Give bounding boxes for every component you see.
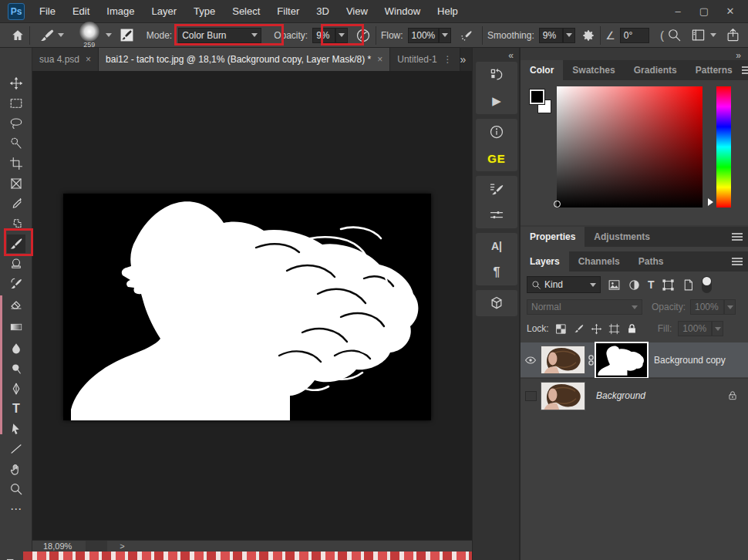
brush-size-preview[interactable]: 259 (79, 22, 99, 49)
layer1-mask-link-icon[interactable] (587, 355, 595, 366)
menu-layer[interactable]: Layer (143, 0, 186, 23)
menu-edit[interactable]: Edit (64, 0, 98, 23)
crop-tool[interactable] (7, 154, 25, 173)
flow-field[interactable]: 100% (408, 28, 440, 43)
panel-foreground-swatch[interactable] (530, 89, 544, 104)
menu-type[interactable]: Type (185, 0, 224, 23)
eraser-tool[interactable] (7, 295, 25, 313)
path-selection-tool[interactable] (7, 420, 25, 438)
toggle-brush-panel-icon[interactable] (120, 28, 134, 42)
filter-pixel-layers-icon[interactable] (608, 278, 621, 292)
filter-adjustment-layers-icon[interactable] (628, 278, 641, 292)
tab-color[interactable]: Color (521, 60, 563, 80)
3d-panel-icon[interactable] (476, 290, 517, 316)
share-icon[interactable] (726, 28, 740, 42)
character-panel-icon[interactable]: A| (476, 233, 517, 259)
brush-size-chevron[interactable] (106, 33, 112, 37)
filter-type-layers-icon[interactable]: T (648, 278, 655, 291)
menu-3d[interactable]: 3D (308, 0, 338, 23)
filter-toggle-switch[interactable] (702, 276, 712, 293)
menu-select[interactable]: Select (224, 0, 268, 23)
smoothing-chevron[interactable] (563, 28, 575, 43)
color-panel-menu-icon[interactable] (742, 65, 748, 76)
tab-paths[interactable]: Paths (629, 251, 673, 272)
paragraph-panel-icon[interactable]: ¶ (476, 259, 517, 285)
info-panel-icon[interactable] (476, 119, 517, 145)
layer-row-background-copy[interactable]: Background copy (521, 342, 748, 377)
brushes-panel-icon[interactable] (476, 202, 517, 228)
tab-channels[interactable]: Channels (569, 251, 629, 272)
blend-mode-select[interactable]: Normal (527, 299, 642, 315)
layer-opacity-field[interactable]: 100% (690, 299, 724, 315)
layer-row-background[interactable]: Background (521, 378, 748, 413)
menu-filter[interactable]: Filter (268, 0, 308, 23)
tab-bai12[interactable]: bai12 - tach toc.jpg @ 18,1% (Background… (99, 48, 390, 71)
tab-properties[interactable]: Properties (521, 227, 585, 247)
hue-slider[interactable] (716, 86, 731, 207)
lasso-tool[interactable] (7, 114, 25, 133)
layer1-thumbnail[interactable] (541, 346, 585, 374)
menu-image[interactable]: Image (98, 0, 143, 23)
maximize-button[interactable]: ▢ (691, 2, 717, 22)
layer2-visibility-checkbox[interactable] (521, 391, 541, 401)
dodge-tool[interactable] (7, 359, 25, 378)
history-panel-icon[interactable] (476, 62, 517, 88)
search-icon[interactable] (667, 28, 682, 42)
move-tool[interactable] (7, 74, 25, 93)
color-picker-ring[interactable] (554, 201, 561, 207)
close-button[interactable]: ✕ (717, 2, 743, 22)
canvas-area[interactable] (32, 71, 472, 540)
menu-window[interactable]: Window (376, 0, 429, 23)
brush-preset-icon[interactable] (39, 28, 55, 43)
status-chevron-icon[interactable]: > (120, 541, 124, 551)
gradient-tool[interactable] (7, 318, 25, 336)
tab-bai12-close-icon[interactable]: × (377, 54, 382, 65)
menu-help[interactable]: Help (429, 0, 467, 23)
tab-swatches[interactable]: Swatches (563, 60, 624, 80)
fill-chevron[interactable] (712, 321, 723, 336)
frame-tool[interactable] (7, 174, 25, 193)
quick-selection-tool[interactable] (7, 134, 25, 153)
tab-overflow-icon[interactable]: » (460, 53, 467, 66)
document-image[interactable] (63, 194, 431, 420)
lock-position-icon[interactable] (591, 323, 602, 335)
workspace-chevron[interactable] (710, 33, 716, 37)
brush-preset-chevron[interactable] (58, 33, 64, 37)
angle-field[interactable]: 0° (620, 28, 649, 43)
hand-tool[interactable] (7, 460, 25, 478)
airbrush-icon[interactable] (459, 28, 474, 43)
marquee-tool[interactable] (7, 94, 25, 113)
zoom-tool[interactable] (7, 480, 25, 498)
layer2-thumbnail[interactable] (541, 382, 585, 410)
flow-chevron[interactable] (439, 28, 451, 43)
home-icon[interactable] (11, 29, 25, 42)
tab-untitled1[interactable]: Untitled-1 ⋮ (390, 48, 460, 71)
type-tool[interactable]: T (7, 400, 25, 418)
pen-tool[interactable] (7, 380, 25, 398)
brush-settings-panel-icon[interactable] (476, 176, 517, 202)
layer1-mask-thumbnail[interactable] (597, 344, 646, 376)
blur-tool[interactable] (7, 339, 25, 358)
minimize-button[interactable]: – (665, 2, 691, 22)
zoom-level[interactable]: 18,09% (43, 541, 72, 551)
clone-stamp-tool[interactable] (7, 255, 25, 273)
tab-adjustments[interactable]: Adjustments (585, 227, 659, 247)
smoothing-gear-icon[interactable] (581, 29, 595, 42)
filter-shape-layers-icon[interactable] (662, 278, 675, 292)
history-brush-tool[interactable] (7, 275, 25, 293)
layer-filter-kind-select[interactable]: Kind (527, 276, 601, 293)
hue-slider-arrow[interactable] (708, 198, 713, 206)
workspace-icon[interactable] (691, 28, 706, 42)
layer1-visibility-eye-icon[interactable] (521, 354, 541, 366)
saturation-brightness-field[interactable] (557, 86, 703, 207)
ge-extension-icon[interactable]: GE (476, 145, 517, 171)
tab-patterns[interactable]: Patterns (686, 60, 742, 80)
tab-sua4[interactable]: sua 4.psd × (32, 48, 99, 71)
properties-panel-menu-icon[interactable] (732, 231, 743, 242)
tab-layers[interactable]: Layers (521, 251, 569, 272)
layer-opacity-chevron[interactable] (724, 299, 736, 315)
smoothing-field[interactable]: 9% (539, 28, 564, 43)
layers-panel-menu-icon[interactable] (732, 256, 743, 267)
menu-view[interactable]: View (338, 0, 376, 23)
strip-collapse-icon[interactable]: « (508, 50, 513, 61)
